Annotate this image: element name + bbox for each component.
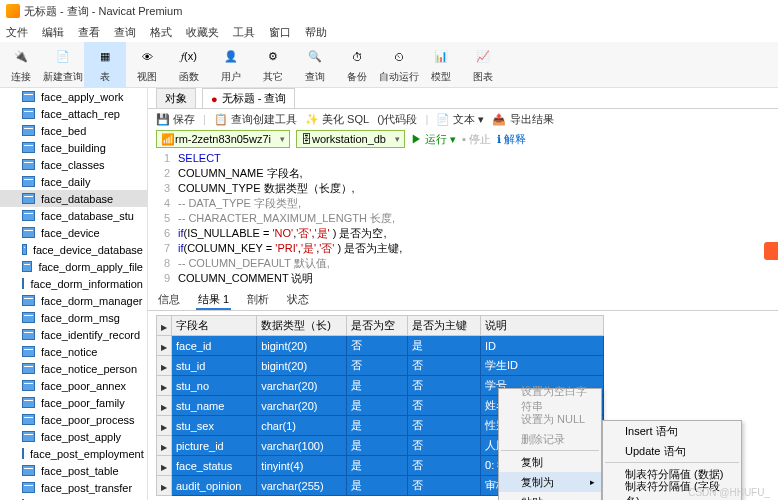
menu-item[interactable]: 复制为 xyxy=(499,472,601,492)
database-combo[interactable]: 🗄 workstation_db xyxy=(296,130,405,148)
menu-编辑[interactable]: 编辑 xyxy=(42,25,64,40)
table-item[interactable]: face_device xyxy=(0,224,147,241)
grid-cell[interactable]: stu_name xyxy=(172,396,257,416)
server-combo[interactable]: 📶 rm-2zetn83n05wz7i xyxy=(156,130,290,148)
toolbar-table[interactable]: ▦表 xyxy=(84,42,126,88)
grid-cell[interactable]: 是 xyxy=(347,396,408,416)
query-builder-button[interactable]: 📋 查询创建工具 xyxy=(214,112,297,127)
grid-cell[interactable]: 否 xyxy=(347,336,408,356)
result-tab[interactable]: 剖析 xyxy=(245,292,271,310)
toolbar-model[interactable]: 📊模型 xyxy=(420,42,462,88)
toolbar-view[interactable]: 👁视图 xyxy=(126,42,168,88)
grid-cell[interactable]: audit_opinion xyxy=(172,476,257,496)
row-indicator[interactable] xyxy=(157,396,172,416)
toolbar-fx[interactable]: 𝑓(x)函数 xyxy=(168,42,210,88)
menu-工具[interactable]: 工具 xyxy=(233,25,255,40)
grid-cell[interactable]: varchar(20) xyxy=(257,396,347,416)
result-tab[interactable]: 信息 xyxy=(156,292,182,310)
table-item[interactable]: face_dorm_msg xyxy=(0,309,147,326)
grid-cell[interactable]: varchar(100) xyxy=(257,436,347,456)
grid-cell[interactable]: bigint(20) xyxy=(257,336,347,356)
toolbar-user[interactable]: 👤用户 xyxy=(210,42,252,88)
grid-cell[interactable]: 否 xyxy=(407,436,480,456)
table-item[interactable]: face_poor_family xyxy=(0,394,147,411)
grid-cell[interactable]: varchar(255) xyxy=(257,476,347,496)
grid-cell[interactable]: 否 xyxy=(407,416,480,436)
grid-cell[interactable]: 学生ID xyxy=(481,356,604,376)
table-list-sidebar[interactable]: face_apply_workface_attach_repface_bedfa… xyxy=(0,88,148,500)
context-menu[interactable]: 设置为空白字符串设置为 NULL删除记录复制复制为粘贴显示 xyxy=(498,388,602,500)
column-header[interactable]: 字段名 xyxy=(172,316,257,336)
grid-cell[interactable]: stu_sex xyxy=(172,416,257,436)
row-indicator[interactable] xyxy=(157,416,172,436)
grid-cell[interactable]: char(1) xyxy=(257,416,347,436)
grid-cell[interactable]: 否 xyxy=(407,376,480,396)
row-indicator[interactable] xyxy=(157,456,172,476)
table-item[interactable]: face_poor_process xyxy=(0,411,147,428)
menu-查看[interactable]: 查看 xyxy=(78,25,100,40)
column-header[interactable]: 是否为主键 xyxy=(407,316,480,336)
toolbar-query[interactable]: 🔍查询 xyxy=(294,42,336,88)
toolbar-other[interactable]: ⚙其它 xyxy=(252,42,294,88)
menu-item[interactable]: 复制 xyxy=(499,452,601,472)
menu-item[interactable]: Insert 语句 xyxy=(603,421,741,441)
table-item[interactable]: face_dorm_manager xyxy=(0,292,147,309)
toolbar-chart[interactable]: 📈图表 xyxy=(462,42,504,88)
save-button[interactable]: 💾 保存 xyxy=(156,112,195,127)
menu-item[interactable]: Update 语句 xyxy=(603,441,741,461)
tab-query[interactable]: ●无标题 - 查询 xyxy=(202,88,295,108)
table-item[interactable]: face_daily xyxy=(0,173,147,190)
row-indicator[interactable] xyxy=(157,476,172,496)
grid-cell[interactable]: 否 xyxy=(347,356,408,376)
grid-cell[interactable]: 是 xyxy=(347,476,408,496)
grid-cell[interactable]: 是 xyxy=(347,436,408,456)
grid-cell[interactable]: 否 xyxy=(407,456,480,476)
table-item[interactable]: face_device_database xyxy=(0,241,147,258)
table-item[interactable]: face_identify_record xyxy=(0,326,147,343)
toolbar-clock[interactable]: ⏲自动运行 xyxy=(378,42,420,88)
text-mode-button[interactable]: 📄 文本 ▾ xyxy=(436,112,484,127)
code-snippet-button[interactable]: ()代码段 xyxy=(377,112,417,127)
grid-cell[interactable]: 是 xyxy=(347,456,408,476)
table-item[interactable]: face_post_transfer xyxy=(0,479,147,496)
table-item[interactable]: face_database_stu xyxy=(0,207,147,224)
grid-cell[interactable]: 是 xyxy=(407,336,480,356)
table-item[interactable]: face_building xyxy=(0,139,147,156)
grid-cell[interactable]: tinyint(4) xyxy=(257,456,347,476)
table-item[interactable]: face_poor_annex xyxy=(0,377,147,394)
table-item[interactable]: face_dorm_information xyxy=(0,275,147,292)
table-item[interactable]: face_attach_rep xyxy=(0,105,147,122)
grid-cell[interactable]: 否 xyxy=(407,396,480,416)
beautify-sql-button[interactable]: ✨ 美化 SQL xyxy=(305,112,369,127)
run-button[interactable]: ▶ 运行 ▾ xyxy=(411,132,456,147)
table-item[interactable]: face_post_employment xyxy=(0,445,147,462)
grid-cell[interactable]: stu_no xyxy=(172,376,257,396)
table-item[interactable]: face_dorm_apply_file xyxy=(0,258,147,275)
table-item[interactable]: face_database xyxy=(0,190,147,207)
grid-cell[interactable]: ID xyxy=(481,336,604,356)
grid-cell[interactable]: face_status xyxy=(172,456,257,476)
row-indicator[interactable] xyxy=(157,336,172,356)
column-header[interactable]: 数据类型（长) xyxy=(257,316,347,336)
explain-button[interactable]: ℹ 解释 xyxy=(497,132,526,147)
toolbar-plug[interactable]: 🔌连接 xyxy=(0,42,42,88)
table-item[interactable]: face_record_workstudy xyxy=(0,496,147,500)
menu-帮助[interactable]: 帮助 xyxy=(305,25,327,40)
menu-文件[interactable]: 文件 xyxy=(6,25,28,40)
row-indicator[interactable] xyxy=(157,356,172,376)
toolbar-newquery[interactable]: 📄新建查询 xyxy=(42,42,84,88)
export-result-button[interactable]: 📤 导出结果 xyxy=(492,112,553,127)
tab-objects[interactable]: 对象 xyxy=(156,88,196,108)
menu-收藏夹[interactable]: 收藏夹 xyxy=(186,25,219,40)
menu-查询[interactable]: 查询 xyxy=(114,25,136,40)
column-header[interactable]: 说明 xyxy=(481,316,604,336)
table-item[interactable]: face_notice xyxy=(0,343,147,360)
sql-editor[interactable]: 1SELECT2 COLUMN_NAME 字段名,3 COLUMN_TYPE 数… xyxy=(148,149,778,292)
grid-cell[interactable]: 是 xyxy=(347,416,408,436)
table-item[interactable]: face_bed xyxy=(0,122,147,139)
menu-格式[interactable]: 格式 xyxy=(150,25,172,40)
grid-cell[interactable]: picture_id xyxy=(172,436,257,456)
grid-cell[interactable]: bigint(20) xyxy=(257,356,347,376)
result-tab[interactable]: 状态 xyxy=(285,292,311,310)
grid-cell[interactable]: 否 xyxy=(407,476,480,496)
